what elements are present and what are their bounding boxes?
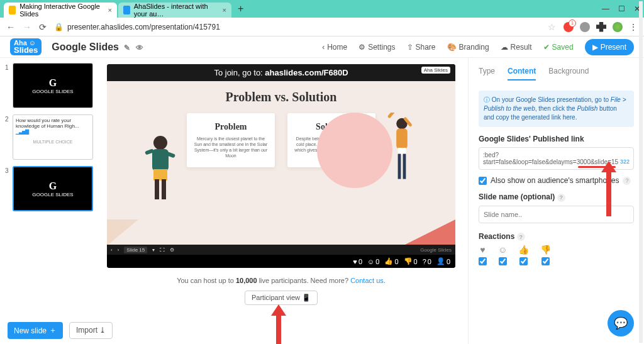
present-button[interactable]: ▶ Present — [585, 39, 634, 55]
reaction-question[interactable]: ?0 — [423, 257, 431, 265]
prev-icon[interactable]: ‹ — [111, 247, 113, 253]
profile-avatar[interactable] — [613, 22, 623, 32]
slide-number[interactable]: Slide 15 — [124, 247, 147, 253]
reaction-smile[interactable]: ☺0 — [367, 257, 379, 265]
tab-background[interactable]: Background — [548, 67, 589, 80]
thumbnail[interactable]: 1 GGOOGLE SLIDES — [6, 63, 88, 108]
chat-fab[interactable]: 💬 — [608, 310, 634, 336]
minimize-icon[interactable]: — — [602, 4, 609, 13]
also-show-checkbox[interactable]: Also show on audience's smartphones ? — [479, 176, 634, 185]
svg-rect-1 — [152, 149, 169, 171]
header-nav: ‹ Home ⚙ Settings ⇪ Share 🎨 Branding ☁ R… — [322, 39, 634, 55]
contact-link[interactable]: Contact us — [350, 277, 384, 284]
link-label: Google Slides' Published link — [479, 135, 634, 143]
help-icon[interactable]: ? — [557, 194, 565, 202]
new-slide-button[interactable]: New slide ＋ — [8, 322, 63, 339]
browser-titlebar: Making Interactive Google Slides × AhaSl… — [0, 0, 644, 18]
svg-rect-3 — [155, 179, 159, 199]
saved-indicator: ✔ Saved — [543, 43, 574, 52]
document-title[interactable]: Google Slides ✎ 👁 — [52, 42, 143, 53]
problem-card: Problem Mercury is the closest planet to… — [187, 113, 275, 167]
close-icon[interactable]: × — [223, 6, 226, 14]
slide-controls[interactable]: ‹ › Slide 15 ▾ ⛶ ⚙ Google Slides — [107, 245, 455, 255]
close-icon[interactable]: × — [108, 6, 112, 14]
tab-title: Making Interactive Google Slides — [19, 3, 100, 18]
svg-rect-4 — [162, 179, 166, 199]
google-slides-label: Google Slides — [420, 247, 452, 253]
back-icon[interactable]: ← — [6, 22, 15, 32]
reaction-toggle-smile[interactable]: ☺ — [498, 245, 507, 265]
reaction-toggle-heart[interactable]: ♥ — [479, 245, 487, 265]
extensions: ⋮ — [564, 22, 638, 32]
reaction-heart[interactable]: ♥0 — [353, 257, 362, 265]
annotation-arrow — [271, 304, 286, 344]
tab-title: AhaSlides - interact with your au… — [134, 3, 215, 18]
bars-icon: ▁▃▅▇ — [16, 129, 28, 135]
browser-address-bar: ← → ⟳ 🔒 presenter.ahaslides.com/presenta… — [0, 18, 644, 36]
reload-icon[interactable]: ⟳ — [39, 22, 47, 32]
edit-icon[interactable]: ✎ — [124, 43, 130, 52]
audience-count: 👤0 — [436, 257, 450, 265]
favicon-aha — [123, 6, 130, 14]
favicon-gslides — [9, 6, 16, 14]
app-header: Aha ☺ Slides Google Slides ✎ 👁 ‹ Home ⚙ … — [0, 36, 644, 58]
info-box: ⓘ On your Google Slides presentation, go… — [479, 91, 634, 127]
thumbnail[interactable]: 2 How would you rate your knowledge of H… — [6, 114, 88, 160]
reactions-toggles: ♥ ☺ 👍 👎 — [479, 245, 634, 265]
svg-rect-9 — [398, 148, 406, 155]
nav-home[interactable]: ‹ Home — [322, 43, 347, 52]
reaction-toggle-dislike[interactable]: 👎 — [540, 245, 551, 265]
nav-settings[interactable]: ⚙ Settings — [358, 43, 395, 52]
svg-rect-11 — [403, 154, 406, 179]
reaction-toggle-like[interactable]: 👍 — [518, 245, 529, 265]
new-tab-button[interactable]: + — [238, 3, 243, 14]
dropdown-icon[interactable]: ▾ — [152, 247, 155, 253]
thumbnail-selected[interactable]: 3 GGOOGLE SLIDES — [6, 166, 88, 211]
extensions-menu-icon[interactable] — [596, 22, 606, 32]
menu-icon[interactable]: ⋮ — [629, 22, 638, 32]
url-field[interactable]: 🔒 presenter.ahaslides.com/presentation/4… — [54, 23, 540, 31]
reactions-label: Reactions ? — [479, 232, 634, 241]
scrollbar[interactable] — [639, 58, 643, 343]
properties-panel: Type Content Background ⓘ On your Google… — [468, 58, 644, 344]
slide-name-label: Slide name (optional) ? — [479, 192, 634, 202]
slide-editor: To join, go to: ahaslides.com/F680D Aha … — [94, 58, 468, 344]
browser-tab-1[interactable]: Making Interactive Google Slides × — [4, 3, 117, 18]
nav-branding[interactable]: 🎨 Branding — [447, 43, 489, 52]
nav-result[interactable]: ☁ Result — [501, 43, 532, 52]
slide-thumbnails: 1 GGOOGLE SLIDES 2 How would you rate yo… — [0, 58, 94, 344]
lock-icon: 🔒 — [54, 23, 64, 31]
main-area: 1 GGOOGLE SLIDES 2 How would you rate yo… — [0, 58, 644, 344]
gear-icon[interactable]: ⚙ — [170, 247, 174, 253]
forward-icon[interactable]: → — [23, 22, 31, 32]
person-illustration — [380, 113, 424, 188]
ahaslides-logo[interactable]: Aha ☺ Slides — [10, 38, 42, 56]
visibility-icon[interactable]: 👁 — [136, 43, 143, 52]
participant-view-button[interactable]: Participant view 📱 — [245, 291, 318, 305]
star-icon[interactable]: ☆ — [548, 22, 556, 32]
maximize-icon[interactable]: ☐ — [618, 4, 625, 13]
browser-tab-2[interactable]: AhaSlides - interact with your au… × — [118, 3, 231, 18]
fullscreen-icon[interactable]: ⛶ — [160, 247, 165, 253]
published-link-input[interactable]: :bed?start=false&loop=false&delayms=3000… — [479, 147, 634, 170]
help-icon[interactable]: ? — [517, 233, 525, 241]
tab-type[interactable]: Type — [479, 67, 495, 80]
decor-triangle — [107, 219, 138, 245]
help-icon[interactable]: ? — [623, 177, 631, 185]
reaction-dislike[interactable]: 👎0 — [404, 257, 418, 265]
person-illustration — [138, 131, 182, 207]
slide-preview: To join, go to: ahaslides.com/F680D Aha … — [107, 64, 455, 268]
svg-rect-2 — [153, 169, 167, 180]
extension-icon[interactable] — [580, 22, 590, 32]
import-button[interactable]: Import ⤓ — [69, 322, 113, 339]
svg-rect-12 — [387, 113, 397, 118]
reaction-like[interactable]: 👍0 — [384, 257, 398, 265]
extension-icon[interactable] — [564, 22, 574, 32]
reaction-bar: ♥0 ☺0 👍0 👎0 ?0 👤0 — [107, 255, 455, 268]
url-text: presenter.ahaslides.com/presentation/415… — [67, 23, 220, 31]
checkbox[interactable] — [479, 177, 487, 185]
slide-name-input[interactable] — [479, 206, 634, 223]
next-icon[interactable]: › — [118, 247, 119, 253]
tab-content[interactable]: Content — [508, 67, 536, 80]
nav-share[interactable]: ⇪ Share — [407, 43, 436, 52]
